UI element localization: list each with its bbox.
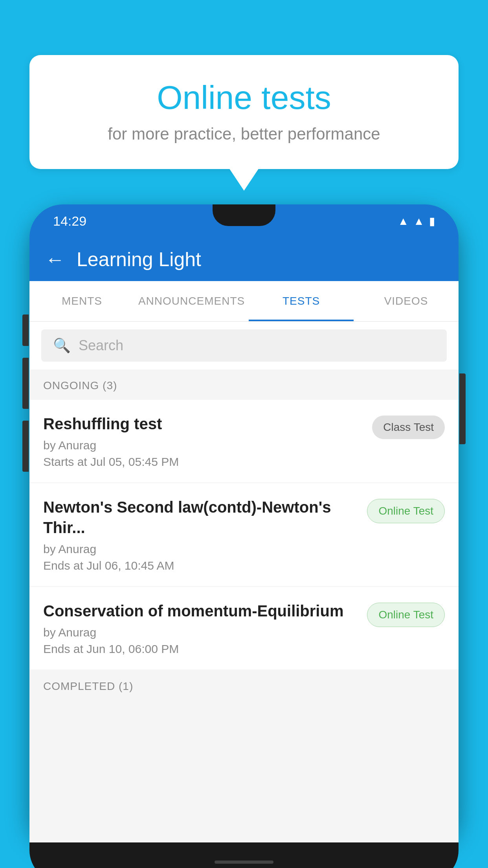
test-author: by Anurag — [43, 542, 359, 556]
ongoing-label: ONGOING (3) — [43, 379, 117, 392]
search-icon: 🔍 — [53, 337, 71, 354]
test-author: by Anurag — [43, 439, 364, 452]
back-button[interactable]: ← — [45, 248, 65, 271]
battery-icon: ▮ — [429, 215, 435, 228]
test-author: by Anurag — [43, 626, 359, 639]
phone-bottom — [29, 842, 459, 868]
search-input[interactable]: Search — [79, 337, 123, 354]
test-title: Reshuffling test — [43, 414, 364, 434]
test-item-content: Newton's Second law(contd)-Newton's Thir… — [43, 497, 359, 572]
phone-content: 🔍 Search ONGOING (3) Reshuffling test by… — [29, 322, 459, 842]
phone-frame: 14:29 ▲ ▲ ▮ ← Learning Light MENTS ANNOU… — [29, 204, 459, 841]
promo-title: Online tests — [57, 79, 431, 117]
phone-notch — [213, 204, 275, 226]
status-time: 14:29 — [53, 213, 86, 229]
search-bar-container: 🔍 Search — [29, 322, 459, 370]
volume-down-button — [22, 358, 29, 409]
test-title: Conservation of momentum-Equilibrium — [43, 601, 359, 621]
wifi-icon: ▲ — [398, 215, 409, 228]
signal-icon: ▲ — [413, 215, 424, 228]
phone-container: 14:29 ▲ ▲ ▮ ← Learning Light MENTS ANNOU… — [29, 204, 459, 868]
speech-bubble: Online tests for more practice, better p… — [29, 55, 459, 169]
power-button — [459, 373, 466, 444]
app-bar: ← Learning Light — [29, 238, 459, 281]
online-test-badge: Online Test — [367, 603, 445, 627]
home-indicator — [215, 861, 273, 864]
completed-label: COMPLETED (1) — [43, 680, 133, 692]
test-time: Ends at Jul 06, 10:45 AM — [43, 559, 359, 572]
online-test-badge: Online Test — [367, 499, 445, 523]
status-bar: 14:29 ▲ ▲ ▮ — [29, 204, 459, 238]
tab-videos[interactable]: VIDEOS — [354, 281, 459, 321]
tab-tests[interactable]: TESTS — [249, 281, 354, 321]
tab-ments[interactable]: MENTS — [29, 281, 134, 321]
list-item[interactable]: Conservation of momentum-Equilibrium by … — [29, 587, 459, 669]
volume-up-button — [22, 314, 29, 346]
test-item-content: Conservation of momentum-Equilibrium by … — [43, 601, 359, 656]
completed-section-header: COMPLETED (1) — [29, 670, 459, 701]
silent-button — [22, 421, 29, 472]
promo-subtitle: for more practice, better performance — [57, 125, 431, 143]
list-item[interactable]: Newton's Second law(contd)-Newton's Thir… — [29, 483, 459, 586]
test-time: Ends at Jun 10, 06:00 PM — [43, 642, 359, 656]
class-test-badge: Class Test — [372, 416, 445, 439]
test-time: Starts at Jul 05, 05:45 PM — [43, 455, 364, 469]
tabs-container: MENTS ANNOUNCEMENTS TESTS VIDEOS — [29, 281, 459, 322]
tab-announcements[interactable]: ANNOUNCEMENTS — [134, 281, 249, 321]
ongoing-section-header: ONGOING (3) — [29, 370, 459, 400]
promo-section: Online tests for more practice, better p… — [29, 55, 459, 169]
test-title: Newton's Second law(contd)-Newton's Thir… — [43, 497, 359, 538]
test-item-content: Reshuffling test by Anurag Starts at Jul… — [43, 414, 364, 469]
app-bar-title: Learning Light — [77, 248, 201, 271]
status-icons: ▲ ▲ ▮ — [398, 215, 435, 228]
search-bar[interactable]: 🔍 Search — [41, 329, 447, 362]
list-item[interactable]: Reshuffling test by Anurag Starts at Jul… — [29, 400, 459, 482]
